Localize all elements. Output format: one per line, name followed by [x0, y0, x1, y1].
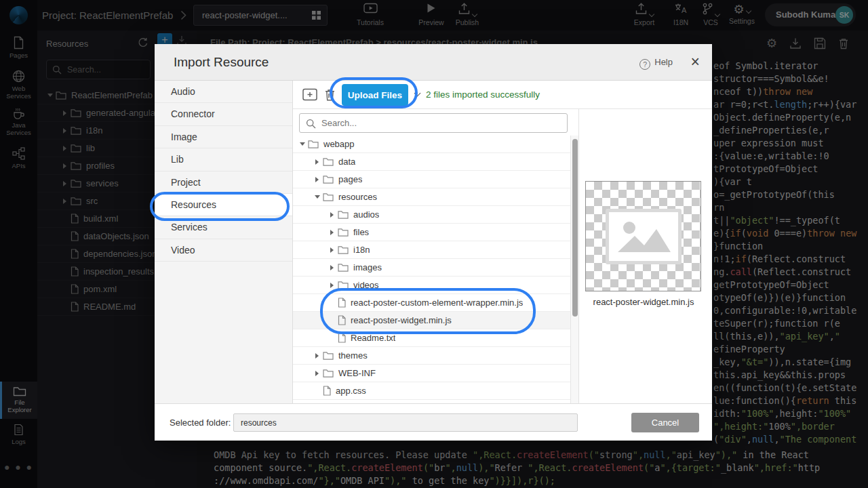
modal-nav-item[interactable]: Project — [155, 171, 292, 194]
preview-image — [585, 181, 701, 291]
image-placeholder-icon — [606, 209, 682, 264]
tree-item[interactable]: videos — [293, 277, 570, 294]
modal-nav-item[interactable]: Video — [155, 239, 292, 262]
new-folder-icon[interactable] — [302, 88, 317, 101]
tree-item[interactable]: resources — [293, 188, 570, 206]
tree-item[interactable]: themes — [293, 347, 570, 365]
folder-icon — [323, 192, 334, 201]
modal-nav-item[interactable]: Lib — [155, 148, 292, 171]
expand-arrow-icon[interactable] — [313, 370, 323, 377]
selected-folder-input[interactable] — [233, 413, 578, 432]
search-icon — [306, 119, 316, 129]
expand-arrow-icon[interactable] — [313, 176, 323, 183]
folder-icon — [308, 140, 319, 148]
selected-folder-label: Selected folder: — [170, 404, 231, 441]
dialog-toolbar: Upload Files 2 files imported successful… — [293, 81, 712, 109]
resource-search — [299, 113, 568, 133]
expand-arrow-icon[interactable] — [313, 388, 323, 394]
preview-caption: react-poster-widget.min.js — [579, 297, 708, 307]
tree-item[interactable]: Readme.txt — [293, 329, 570, 347]
file-icon — [338, 315, 346, 325]
tree-item[interactable]: webapp — [293, 136, 570, 153]
modal-nav-item[interactable]: Resources — [155, 194, 292, 216]
folder-icon — [338, 281, 349, 289]
import-resource-dialog: Import Resource ?Help × Audio Connector … — [155, 44, 712, 441]
modal-nav-item[interactable]: Connector — [155, 103, 292, 125]
tree-item[interactable]: i18n — [293, 241, 570, 259]
tree-item[interactable]: images — [293, 259, 570, 277]
expand-arrow-icon[interactable] — [328, 317, 338, 324]
expand-arrow-icon[interactable] — [328, 300, 338, 306]
resource-type-nav: Audio Connector Image Lib Project Resour… — [155, 81, 293, 403]
help-button[interactable]: ?Help — [639, 44, 673, 81]
cancel-button[interactable]: Cancel — [631, 413, 699, 432]
file-icon — [323, 386, 331, 396]
modal-nav-item[interactable]: Image — [155, 126, 292, 148]
status-message: 2 files imported successfully — [426, 81, 540, 109]
help-icon: ? — [639, 59, 650, 70]
close-icon[interactable]: × — [691, 52, 700, 71]
folder-icon — [323, 369, 334, 378]
upload-dropdown-chevron-icon[interactable] — [414, 90, 421, 97]
tree-item[interactable]: app.css — [293, 382, 570, 400]
dialog-main: Upload Files 2 files imported successful… — [293, 81, 712, 403]
folder-icon — [323, 175, 334, 184]
tree-item[interactable]: WEB-INF — [293, 365, 570, 382]
tree-item[interactable]: audios — [293, 206, 570, 224]
expand-arrow-icon[interactable] — [328, 264, 338, 271]
upload-files-button[interactable]: Upload Files — [342, 84, 408, 106]
expand-arrow-icon[interactable] — [313, 159, 323, 165]
scrollbar-thumb[interactable] — [572, 139, 578, 317]
tree-item[interactable]: react-poster-widget.min.js — [293, 312, 570, 329]
delete-icon[interactable] — [324, 88, 336, 101]
resource-search-input[interactable] — [320, 114, 564, 132]
folder-icon — [338, 210, 349, 219]
tree-item[interactable]: files — [293, 224, 570, 241]
file-icon — [338, 333, 346, 343]
preview-pane: react-poster-widget.min.js — [578, 109, 712, 403]
expand-arrow-icon[interactable] — [328, 282, 338, 289]
tree-item[interactable]: react-poster-custom-element-wrapper.min.… — [293, 294, 570, 312]
expand-arrow-icon[interactable] — [328, 229, 338, 236]
scrollbar — [570, 136, 578, 403]
expand-arrow-icon[interactable] — [298, 141, 308, 148]
folder-icon — [338, 245, 349, 254]
dialog-header: Import Resource ?Help × — [155, 44, 712, 81]
expand-arrow-icon[interactable] — [328, 247, 338, 253]
folder-icon — [338, 228, 349, 237]
expand-arrow-icon[interactable] — [313, 352, 323, 359]
expand-arrow-icon[interactable] — [313, 194, 323, 201]
expand-arrow-icon[interactable] — [328, 335, 338, 342]
file-icon — [338, 298, 346, 308]
tree-item[interactable]: data — [293, 153, 570, 171]
resource-tree: webapp data pages resources — [293, 136, 570, 403]
folder-icon — [323, 157, 334, 166]
modal-nav-item[interactable]: Services — [155, 216, 292, 239]
expand-arrow-icon[interactable] — [328, 211, 338, 218]
dialog-footer: Selected folder: Cancel — [155, 403, 712, 441]
dialog-title: Import Resource — [174, 44, 269, 81]
modal-nav-item[interactable]: Audio — [155, 81, 292, 103]
folder-icon — [323, 351, 334, 360]
tree-item[interactable]: pages — [293, 171, 570, 188]
folder-icon — [338, 263, 349, 272]
